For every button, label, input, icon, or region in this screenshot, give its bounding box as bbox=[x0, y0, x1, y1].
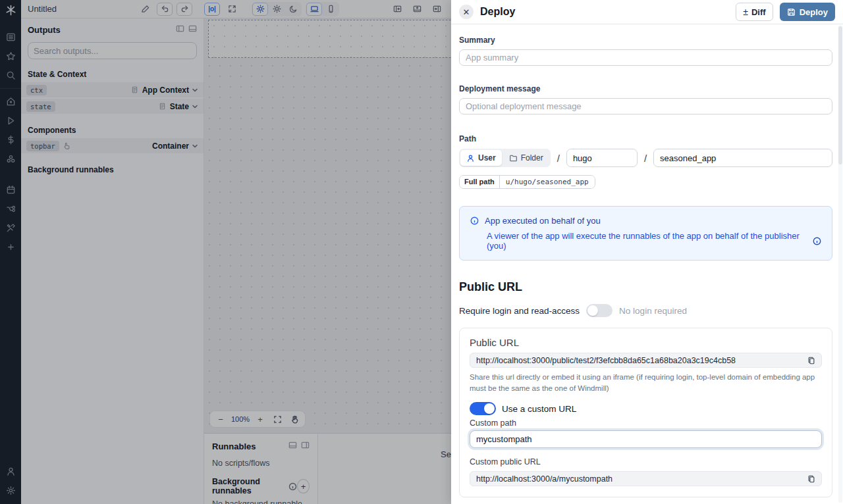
behalf-info-title: App executed on behalf of you bbox=[485, 216, 601, 226]
diff-button[interactable]: ± Diff bbox=[736, 3, 773, 21]
folder-icon bbox=[509, 154, 518, 163]
require-login-row: Require login and read-access No login r… bbox=[459, 304, 832, 317]
path-slash: / bbox=[644, 153, 647, 164]
info-circle-icon bbox=[470, 216, 479, 225]
path-name-input[interactable] bbox=[653, 149, 832, 167]
info-circle-icon[interactable] bbox=[813, 237, 821, 245]
custom-url-toggle-label: Use a custom URL bbox=[502, 404, 576, 414]
path-owner-input[interactable] bbox=[566, 149, 638, 167]
path-slash: / bbox=[557, 153, 560, 164]
require-login-label: Require login and read-access bbox=[459, 306, 580, 316]
custom-url-row: Use a custom URL bbox=[470, 402, 822, 415]
deployment-message-input[interactable] bbox=[459, 98, 832, 114]
modal-overlay[interactable] bbox=[0, 0, 451, 504]
app-screen: Untitled |o| bbox=[0, 0, 843, 504]
custom-public-url-label: Custom public URL bbox=[470, 457, 822, 466]
drawer-title: Deploy bbox=[480, 6, 729, 18]
require-login-toggle[interactable] bbox=[586, 304, 612, 317]
public-url-heading: Public URL bbox=[459, 280, 832, 294]
public-url-card: Public URL http://localhost:3000/public/… bbox=[459, 328, 832, 497]
drawer-body: Summary Deployment message Path User Fol… bbox=[451, 24, 843, 504]
public-url-value: http://localhost:3000/public/test2/f3efc… bbox=[476, 356, 807, 365]
custom-public-url-value: http://localhost:3000/a/mycustompath bbox=[476, 474, 807, 484]
public-url-label: Public URL bbox=[470, 337, 822, 348]
path-label: Path bbox=[459, 134, 832, 143]
summary-input[interactable] bbox=[459, 49, 832, 66]
plus-minus-diff-icon: ± bbox=[743, 7, 748, 17]
summary-label: Summary bbox=[459, 36, 832, 45]
drawer-scrollbar-thumb[interactable] bbox=[838, 26, 842, 164]
deployment-message-label: Deployment message bbox=[459, 84, 832, 93]
deploy-button[interactable]: Deploy bbox=[780, 3, 835, 21]
custom-path-input[interactable] bbox=[470, 430, 822, 448]
full-path-value: u/hugo/seasoned_app bbox=[500, 176, 595, 188]
behalf-info-text: A viewer of the app will execute the run… bbox=[487, 231, 809, 251]
public-url-box: http://localhost:3000/public/test2/f3efc… bbox=[470, 353, 822, 368]
custom-path-label: Custom path bbox=[470, 418, 822, 428]
custom-url-toggle[interactable] bbox=[470, 402, 496, 415]
deploy-drawer: ✕ Deploy ± Diff Deploy Summary Deploymen… bbox=[451, 0, 843, 504]
behalf-info-box: App executed on behalf of you A viewer o… bbox=[459, 206, 832, 261]
no-login-label: No login required bbox=[619, 306, 687, 316]
owner-kind-toggle: User Folder bbox=[459, 149, 551, 167]
user-small-icon bbox=[466, 154, 475, 163]
path-row: User Folder / / bbox=[459, 149, 832, 167]
clipboard-icon[interactable] bbox=[807, 357, 815, 365]
clipboard-icon[interactable] bbox=[807, 475, 815, 483]
owner-user-segment[interactable]: User bbox=[460, 150, 502, 166]
save-floppy-icon bbox=[787, 8, 796, 16]
drawer-header: ✕ Deploy ± Diff Deploy bbox=[451, 0, 843, 24]
share-hint: Share this url directly or embed it usin… bbox=[470, 372, 822, 393]
custom-public-url-box: http://localhost:3000/a/mycustompath bbox=[470, 471, 822, 486]
full-path-label: Full path bbox=[460, 176, 500, 188]
owner-folder-segment[interactable]: Folder bbox=[503, 150, 549, 166]
full-path-pill: Full path u/hugo/seasoned_app bbox=[459, 175, 595, 189]
close-icon[interactable]: ✕ bbox=[459, 5, 474, 19]
